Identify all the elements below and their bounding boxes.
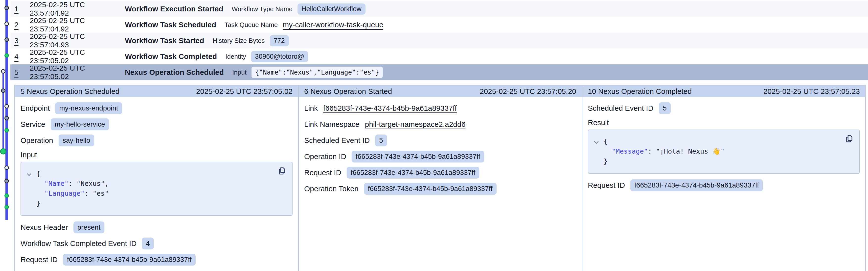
event-attribute-label: Identity [225, 53, 246, 60]
event-row[interactable]: 12025-02-25 UTC 23:57:04.92Workflow Exec… [10, 1, 868, 17]
field-label: Request ID [21, 255, 58, 264]
field-value-badge: f665283f-743e-4374-b45b-9a61a89337ff [630, 179, 763, 191]
panel-timestamp: 2025-02-25 UTC 23:57:05.20 [480, 87, 576, 96]
json-code-text: { "Name": "Nexus", "Language": "es" } [36, 169, 272, 208]
timeline-event-dot[interactable] [4, 22, 9, 26]
timeline-event-dot[interactable] [4, 165, 9, 170]
event-attribute-label: Workflow Type Name [232, 5, 292, 13]
field-label-text: Input [21, 151, 37, 159]
event-id-link[interactable]: 1 [14, 5, 20, 13]
event-detail-panel: 10 Nexus Operation Completed2025-02-25 U… [582, 85, 865, 271]
event-attribute-label: Task Queue Name [224, 21, 278, 29]
field-value-badge: f665283f-743e-4374-b45b-9a61a89337ff [347, 167, 479, 179]
event-history-list: 12025-02-25 UTC 23:57:04.92Workflow Exec… [10, 1, 868, 80]
timeline-event-dot[interactable] [4, 193, 9, 198]
event-timestamp: 2025-02-25 UTC 23:57:04.92 [30, 0, 125, 17]
event-attribute-value: 772 [270, 35, 289, 46]
copy-icon[interactable] [844, 134, 855, 144]
event-attribute-value: HelloCallerWorkflow [298, 3, 366, 15]
event-id-link[interactable]: 4 [14, 52, 20, 61]
event-row[interactable]: 32025-02-25 UTC 23:57:04.93Workflow Task… [10, 33, 868, 49]
field-label: Endpoint [21, 104, 50, 112]
panel-timestamp: 2025-02-25 UTC 23:57:05.02 [196, 87, 292, 96]
field-label: Input [21, 148, 292, 161]
detail-field-row: Operation Tokenf665283f-743e-4374-b45b-9… [304, 181, 576, 197]
field-label: Service [21, 120, 45, 129]
detail-field-row: Linkf665283f-743e-4374-b45b-9a61a89337ff [304, 100, 576, 116]
field-label: Request ID [304, 168, 341, 177]
panel-body: Endpointmy-nexus-endpointServicemy-hello… [15, 97, 298, 271]
panel-timestamp: 2025-02-25 UTC 23:57:05.23 [764, 87, 860, 96]
timeline-event-dot[interactable] [4, 37, 9, 42]
event-detail-panel: 5 Nexus Operation Scheduled2025-02-25 UT… [15, 85, 298, 271]
chevron-down-icon[interactable] [594, 139, 598, 144]
timeline-event-dot[interactable] [4, 53, 9, 58]
field-value-badge: f665283f-743e-4374-b45b-9a61a89337ff [63, 254, 196, 266]
detail-field-row: Endpoint ID3c0c75ccfa8144b092c13ce632463… [21, 268, 292, 271]
event-row[interactable]: 52025-02-25 UTC 23:57:05.02Nexus Operati… [10, 64, 868, 80]
event-attribute-label: Input [232, 69, 247, 76]
event-row[interactable]: 22025-02-25 UTC 23:57:04.92Workflow Task… [10, 17, 868, 33]
panel-header: 5 Nexus Operation Scheduled2025-02-25 UT… [15, 85, 298, 97]
field-value-badge: my-hello-service [51, 118, 109, 130]
field-value-badge: 5 [375, 135, 387, 146]
event-id-link[interactable]: 5 [14, 68, 20, 77]
timeline-main-line [5, 0, 8, 220]
timeline-event-dot[interactable] [4, 128, 9, 133]
copy-icon[interactable] [277, 166, 287, 176]
field-value-badge: say-hello [59, 135, 94, 146]
timeline-event-dot[interactable] [4, 6, 9, 10]
timeline-event-dot[interactable] [4, 179, 9, 183]
json-code-block: { "Name": "Nexus", "Language": "es" } [21, 162, 292, 216]
field-label: Request ID [588, 181, 625, 190]
event-row[interactable]: 42025-02-25 UTC 23:57:05.02Workflow Task… [10, 49, 868, 64]
event-name: Workflow Execution Started [125, 5, 223, 13]
field-value-badge: present [73, 221, 104, 233]
event-timestamp: 2025-02-25 UTC 23:57:05.02 [30, 64, 125, 81]
detail-field-row: Servicemy-hello-service [21, 116, 292, 132]
field-value-badge: f665283f-743e-4374-b45b-9a61a89337ff [364, 183, 497, 195]
panel-body: Linkf665283f-743e-4374-b45b-9a61a89337ff… [299, 97, 582, 197]
event-name: Workflow Task Started [125, 36, 204, 45]
detail-field-row: Operationsay-hello [21, 132, 292, 148]
event-attribute-label: History Size Bytes [213, 37, 265, 45]
event-id-link[interactable]: 2 [14, 21, 20, 29]
field-value-link[interactable]: phil-target-namespace2.a2dd6 [365, 120, 465, 129]
timeline-nexus-branch-line [2, 71, 4, 152]
field-label: Result [588, 116, 860, 129]
timeline-event-dot[interactable] [4, 116, 9, 120]
event-name: Workflow Task Completed [125, 52, 217, 61]
timeline-event-dot[interactable] [1, 69, 5, 74]
field-value-link[interactable]: f665283f-743e-4374-b45b-9a61a89337ff [323, 104, 457, 112]
panel-title: 5 Nexus Operation Scheduled [21, 87, 119, 96]
field-value-badge: f665283f-743e-4374-b45b-9a61a89337ff [352, 151, 484, 163]
event-name: Nexus Operation Scheduled [125, 68, 224, 77]
panel-header: 6 Nexus Operation Started2025-02-25 UTC … [299, 85, 582, 97]
event-id-link[interactable]: 3 [14, 36, 20, 45]
timeline-event-dot[interactable] [4, 205, 9, 209]
event-attribute-value: {"Name":"Nexus","Language":"es"} [251, 66, 383, 78]
detail-field-row: Request IDf665283f-743e-4374-b45b-9a61a8… [21, 251, 292, 268]
detail-field-row: Operation IDf665283f-743e-4374-b45b-9a61… [304, 148, 576, 164]
field-label: Scheduled Event ID [304, 136, 370, 145]
event-detail-panel: 6 Nexus Operation Started2025-02-25 UTC … [298, 85, 582, 271]
event-attribute-value-link[interactable]: my-caller-workflow-task-queue [283, 21, 383, 29]
field-label: Nexus Header [21, 223, 68, 232]
field-label: Operation Token [304, 185, 359, 193]
event-timestamp: 2025-02-25 UTC 23:57:04.93 [30, 32, 125, 49]
field-value-badge: my-nexus-endpoint [55, 102, 122, 114]
event-timestamp: 2025-02-25 UTC 23:57:04.92 [30, 16, 125, 33]
field-label-text: Result [588, 118, 609, 127]
field-label: Scheduled Event ID [588, 104, 653, 112]
detail-field-row: Endpointmy-nexus-endpoint [21, 100, 292, 116]
timeline-event-dot[interactable] [0, 148, 6, 155]
detail-field-row: Request IDf665283f-743e-4374-b45b-9a61a8… [588, 177, 860, 193]
chevron-down-icon[interactable] [27, 171, 31, 176]
timeline-event-dot[interactable] [1, 88, 5, 93]
json-code-text: { "Message": "¡Hola! Nexus 👋" } [603, 136, 840, 166]
detail-field-row: Scheduled Event ID5 [304, 132, 576, 148]
detail-field-row: Workflow Task Completed Event ID4 [21, 235, 292, 251]
panel-title: 10 Nexus Operation Completed [588, 87, 692, 96]
timeline-event-dot[interactable] [4, 104, 9, 108]
panel-title: 6 Nexus Operation Started [304, 87, 392, 96]
